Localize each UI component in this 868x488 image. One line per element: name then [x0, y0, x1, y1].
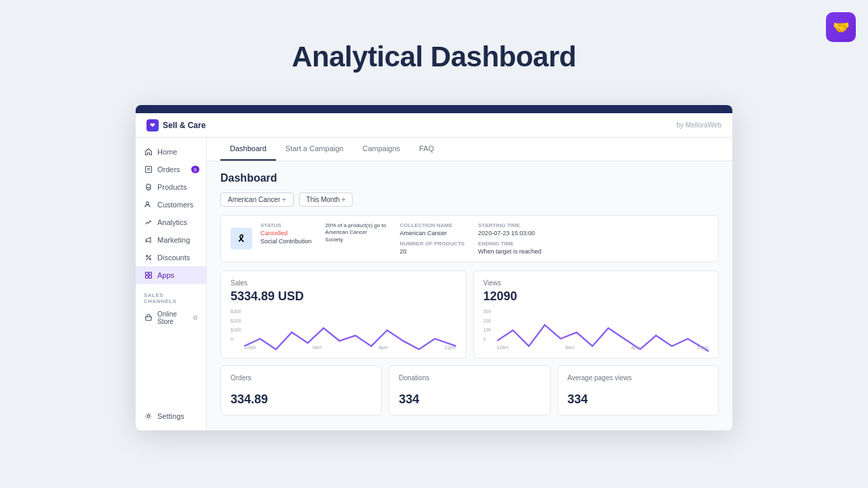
- svg-rect-0: [146, 167, 152, 173]
- description-field: 20% of a product(s) go to American Cance…: [326, 222, 387, 255]
- orders-value: 334.89: [231, 392, 372, 407]
- sidebar-item-settings-label: Settings: [157, 412, 184, 420]
- sidebar-item-marketing-label: Marketing: [157, 236, 190, 244]
- status-sub: Social Contribution: [260, 238, 312, 245]
- svg-point-11: [147, 415, 150, 418]
- sales-chart: $300 $200 $100 0 12am 6am 4: [231, 309, 456, 350]
- campaign-thumbnail: 🎗: [231, 228, 252, 249]
- discounts-icon: [144, 253, 153, 262]
- sidebar-item-analytics[interactable]: Analytics: [136, 214, 206, 231]
- dashboard-title: Dashboard: [220, 172, 719, 184]
- sidebar-item-settings[interactable]: Settings: [136, 407, 732, 425]
- sales-channels-title: SALES CHANNELS: [136, 284, 206, 307]
- main-content: Dashboard Start a Campaign Campaigns FAQ…: [207, 138, 732, 430]
- app-brand: ❤ Sell & Care: [146, 119, 205, 131]
- tab-dashboard[interactable]: Dashboard: [220, 138, 276, 161]
- status-value: Cancelled: [260, 230, 312, 237]
- ending-label: Ending time: [478, 241, 541, 247]
- analytics-icon: [144, 218, 153, 227]
- svg-rect-10: [149, 276, 152, 279]
- views-label: Views: [484, 279, 709, 287]
- sidebar: Home Orders 9: [136, 138, 207, 430]
- online-store-settings-icon[interactable]: ⚙: [193, 314, 198, 321]
- svg-point-5: [149, 258, 151, 260]
- brand-icon: ❤: [146, 119, 159, 131]
- timing-field: Starting time 2020-07-23 15:03:00 Ending…: [478, 222, 541, 255]
- views-chart: 300 200 100 0 12am 8am 4pm: [484, 309, 709, 350]
- sidebar-item-customers-label: Customers: [157, 201, 193, 209]
- status-label: Status: [260, 222, 312, 228]
- sidebar-item-discounts[interactable]: Discounts: [136, 249, 206, 266]
- by-text: by MelloraWeb: [676, 121, 722, 129]
- app-body: Home Orders 9: [136, 138, 732, 430]
- description-value: 20% of a product(s) go to American Cance…: [326, 222, 387, 243]
- status-field: Status Cancelled Social Contribution: [260, 222, 312, 255]
- sales-chart-svg: [244, 309, 456, 360]
- tab-start-campaign[interactable]: Start a Campaign: [276, 138, 353, 161]
- app-header: ❤ Sell & Care by MelloraWeb: [136, 113, 732, 138]
- svg-rect-8: [149, 272, 152, 275]
- nav-tabs: Dashboard Start a Campaign Campaigns FAQ: [207, 138, 732, 161]
- views-chart-x-labels: 12am 8am 4pm 11pm: [497, 345, 709, 350]
- online-store-icon: [144, 313, 153, 323]
- brand-name: Sell & Care: [163, 121, 205, 130]
- orders-label: Orders: [231, 374, 372, 382]
- online-store-label: Online Store: [157, 310, 193, 325]
- sidebar-item-home-label: Home: [157, 148, 177, 156]
- page-title: Analytical Dashboard: [0, 0, 868, 94]
- donations-value: 334: [399, 392, 540, 407]
- tab-faq[interactable]: FAQ: [410, 138, 443, 161]
- tab-campaigns[interactable]: Campaigns: [353, 138, 410, 161]
- svg-line-6: [146, 255, 151, 260]
- collection-label: Collection name: [400, 222, 465, 228]
- sidebar-item-products[interactable]: Products: [136, 178, 206, 196]
- sidebar-item-customers[interactable]: Customers: [136, 196, 206, 214]
- sales-label: Sales: [231, 279, 456, 287]
- sidebar-item-online-store[interactable]: Online Store ⚙: [136, 307, 206, 329]
- period-filter-button[interactable]: This Month ÷: [299, 192, 353, 207]
- svg-rect-9: [146, 276, 149, 279]
- sidebar-item-analytics-label: Analytics: [157, 218, 187, 226]
- collection-value: American Cancer: [400, 230, 465, 237]
- collection-field: Collection name American Cancer Number o…: [400, 222, 465, 255]
- starting-value: 2020-07-23 15:03:00: [478, 230, 541, 237]
- ending-value: When target is reached: [478, 248, 541, 255]
- donations-label: Donations: [399, 374, 540, 382]
- customers-icon: [144, 200, 153, 209]
- campaign-filter-label: American Cancer ÷: [228, 196, 286, 203]
- sidebar-item-orders[interactable]: Orders 9: [136, 161, 206, 178]
- campaign-card: 🎗 Status Cancelled Social Contribution 2…: [220, 215, 719, 262]
- stats-grid-top: Sales 5334.89 USD $300 $200 $100 0: [220, 270, 719, 359]
- sidebar-item-orders-label: Orders: [157, 165, 180, 174]
- number-value: 20: [400, 248, 465, 255]
- period-filter-label: This Month ÷: [307, 196, 346, 203]
- orders-badge: 9: [191, 166, 199, 174]
- settings-icon: [144, 411, 153, 421]
- sidebar-item-discounts-label: Discounts: [157, 253, 190, 262]
- orders-icon: [144, 165, 153, 174]
- filters-row: American Cancer ÷ This Month ÷: [220, 192, 719, 207]
- top-logo-icon: 🤝: [826, 12, 856, 42]
- views-value: 12090: [484, 289, 709, 304]
- avg-page-views-value: 334: [568, 392, 709, 407]
- sales-chart-y-labels: $300 $200 $100 0: [231, 309, 241, 342]
- sidebar-item-products-label: Products: [157, 183, 186, 191]
- sales-value: 5334.89 USD: [231, 289, 456, 304]
- sidebar-item-marketing[interactable]: Marketing: [136, 231, 206, 249]
- campaign-filter-button[interactable]: American Cancer ÷: [220, 192, 294, 207]
- sidebar-item-apps[interactable]: Apps: [136, 266, 206, 284]
- title-bar: [136, 105, 732, 113]
- sidebar-item-home[interactable]: Home: [136, 143, 206, 161]
- app-window: ❤ Sell & Care by MelloraWeb Home: [136, 105, 732, 430]
- sales-card: Sales 5334.89 USD $300 $200 $100 0: [220, 270, 467, 359]
- campaign-info: Status Cancelled Social Contribution 20%…: [260, 222, 709, 255]
- apps-icon: [144, 270, 153, 280]
- svg-point-3: [146, 202, 149, 205]
- views-chart-svg: [497, 309, 709, 360]
- starting-label: Starting time: [478, 222, 541, 228]
- sidebar-item-apps-label: Apps: [157, 271, 174, 279]
- home-icon: [144, 147, 153, 157]
- svg-rect-7: [146, 272, 149, 275]
- products-icon: [144, 182, 153, 192]
- avg-page-views-label: Average pages views: [568, 374, 709, 382]
